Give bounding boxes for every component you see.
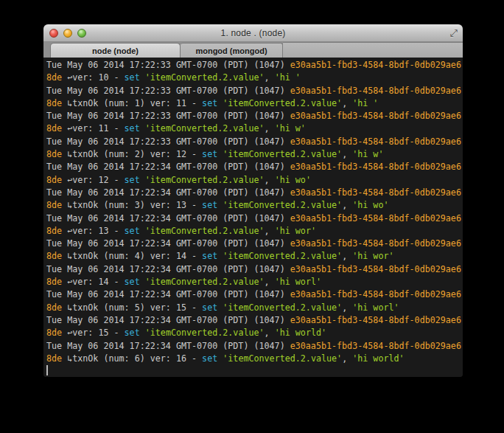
- log-segment-orange: e30aa5b1-fbd3-4584-8bdf-0db029ae6: [290, 264, 461, 274]
- log-segment-gray: Tue May 06 2014 17:22:34 GMT-0700 (PDT) …: [46, 315, 290, 325]
- tab-bar: node (node) mongod (mongod): [43, 42, 463, 58]
- log-segment-gray: ,: [342, 200, 352, 210]
- log-segment-cyan: set: [202, 302, 217, 313]
- log-segment-green: 'hi world': [352, 353, 404, 364]
- log-segment-gray: Tue May 06 2014 17:22:34 GMT-0700 (PDT) …: [46, 213, 290, 224]
- tab-mongod[interactable]: mongod (mongod): [181, 43, 283, 58]
- tab-bar-filler: [283, 42, 463, 58]
- log-segment-orange: 8de: [46, 353, 67, 364]
- text-cursor: [46, 365, 48, 375]
- log-segment-gray: ,: [265, 277, 275, 287]
- minimize-button[interactable]: [63, 29, 72, 38]
- log-segment-orange: e30aa5b1-fbd3-4584-8bdf-0db029ae6: [290, 111, 461, 121]
- log-segment-green: 'itemConverted.2.value': [223, 302, 342, 313]
- log-segment-green: 'hi wor': [352, 251, 393, 261]
- log-segment-cyan: set: [125, 277, 140, 287]
- log-segment-gray: ↩ver: 10 -: [67, 72, 124, 83]
- log-segment-gray: ↩ver: 12 -: [67, 175, 124, 185]
- log-segment-green: 'itemConverted.2.value': [145, 175, 265, 185]
- fullscreen-arrows-icon[interactable]: ⤢: [450, 27, 458, 39]
- log-segment-gray: ,: [342, 353, 352, 364]
- log-segment-gray: ,: [265, 328, 275, 338]
- log-segment-green: 'hi w': [352, 149, 383, 159]
- terminal-line: 8de ↳txnOk (num: 6) ver: 16 - set 'itemC…: [46, 353, 463, 365]
- traffic-lights: [49, 24, 86, 41]
- log-segment-green: 'itemConverted.2.value': [223, 98, 342, 108]
- log-segment-green: 'hi ': [275, 72, 301, 83]
- log-segment-cyan: set: [202, 353, 217, 364]
- log-segment-green: 'hi w': [275, 123, 306, 134]
- log-segment-orange: 8de: [46, 277, 67, 287]
- log-segment-cyan: set: [202, 200, 217, 210]
- terminal-line: 8de ↩ver: 11 - set 'itemConverted.2.valu…: [46, 122, 463, 135]
- log-segment-gray: ↳txnOk (num: 6) ver: 16 -: [67, 353, 202, 364]
- log-segment-green: 'itemConverted.2.value': [145, 123, 265, 134]
- terminal-line: Tue May 06 2014 17:22:34 GMT-0700 (PDT) …: [46, 187, 463, 199]
- log-segment-green: 'hi worl': [352, 302, 399, 313]
- log-segment-gray: [140, 328, 145, 338]
- log-segment-gray: ↩ver: 11 -: [67, 123, 124, 134]
- terminal-line: 8de ↳txnOk (num: 1) ver: 11 - set 'itemC…: [46, 97, 463, 110]
- log-segment-green: 'hi wo': [352, 200, 388, 210]
- log-segment-gray: Tue May 06 2014 17:22:34 GMT-0700 (PDT) …: [46, 264, 290, 274]
- window-titlebar[interactable]: 1. node . (node) ⤢: [43, 24, 463, 42]
- log-segment-green: 'itemConverted.2.value': [223, 200, 342, 210]
- log-segment-gray: ,: [265, 123, 275, 134]
- log-segment-orange: 8de: [46, 72, 67, 83]
- tab-node[interactable]: node (node): [50, 43, 181, 58]
- log-segment-green: 'itemConverted.2.value': [145, 328, 265, 338]
- terminal-line: 8de ↳txnOk (num: 2) ver: 12 - set 'itemC…: [46, 148, 463, 161]
- log-segment-green: 'hi worl': [275, 277, 321, 287]
- terminal-line: Tue May 06 2014 17:22:33 GMT-0700 (PDT) …: [46, 85, 463, 97]
- log-segment-orange: e30aa5b1-fbd3-4584-8bdf-0db029ae6: [290, 136, 461, 147]
- terminal-line: Tue May 06 2014 17:22:34 GMT-0700 (PDT) …: [46, 212, 463, 225]
- log-segment-orange: 8de: [46, 251, 67, 261]
- terminal-line: Tue May 06 2014 17:22:34 GMT-0700 (PDT) …: [46, 314, 463, 327]
- terminal-line: 8de ↳txnOk (num: 3) ver: 13 - set 'itemC…: [46, 199, 463, 212]
- log-segment-gray: ,: [342, 98, 352, 108]
- log-segment-gray: [140, 277, 145, 287]
- log-segment-gray: ↳txnOk (num: 5) ver: 15 -: [67, 302, 202, 313]
- log-segment-gray: [140, 123, 145, 134]
- log-segment-green: 'itemConverted.2.value': [223, 251, 342, 261]
- log-segment-gray: Tue May 06 2014 17:22:34 GMT-0700 (PDT) …: [46, 289, 290, 299]
- log-segment-gray: [140, 175, 145, 185]
- log-segment-cyan: set: [125, 123, 140, 134]
- terminal-line: Tue May 06 2014 17:22:34 GMT-0700 (PDT) …: [46, 263, 463, 276]
- log-segment-gray: ,: [265, 175, 275, 185]
- log-segment-gray: Tue May 06 2014 17:22:33 GMT-0700 (PDT) …: [46, 86, 290, 96]
- terminal-line: Tue May 06 2014 17:22:33 GMT-0700 (PDT) …: [46, 136, 463, 148]
- terminal-line: 8de ↩ver: 12 - set 'itemConverted.2.valu…: [46, 174, 463, 187]
- log-segment-orange: 8de: [46, 302, 67, 313]
- log-segment-gray: ↩ver: 14 -: [67, 277, 124, 287]
- terminal-output[interactable]: Tue May 06 2014 17:22:33 GMT-0700 (PDT) …: [43, 58, 463, 377]
- terminal-line: Tue May 06 2014 17:22:33 GMT-0700 (PDT) …: [46, 110, 463, 122]
- close-button[interactable]: [49, 29, 58, 38]
- terminal-line: 8de ↳txnOk (num: 5) ver: 15 - set 'itemC…: [46, 302, 463, 314]
- log-segment-green: 'itemConverted.2.value': [145, 226, 265, 236]
- terminal-line: Tue May 06 2014 17:22:34 GMT-0700 (PDT) …: [46, 288, 463, 301]
- log-segment-gray: ,: [265, 72, 275, 83]
- log-segment-orange: e30aa5b1-fbd3-4584-8bdf-0db029ae6: [290, 315, 461, 325]
- log-segment-gray: Tue May 06 2014 17:22:34 GMT-0700 (PDT) …: [46, 238, 290, 249]
- log-segment-green: 'itemConverted.2.value': [223, 353, 342, 364]
- log-segment-gray: ,: [342, 302, 352, 313]
- log-segment-cyan: set: [202, 149, 217, 159]
- log-segment-orange: 8de: [46, 123, 67, 134]
- log-segment-orange: e30aa5b1-fbd3-4584-8bdf-0db029ae6: [290, 213, 461, 224]
- log-segment-gray: Tue May 06 2014 17:22:33 GMT-0700 (PDT) …: [46, 136, 290, 147]
- log-segment-gray: ↳txnOk (num: 3) ver: 13 -: [67, 200, 202, 210]
- terminal-line: Tue May 06 2014 17:22:34 GMT-0700 (PDT) …: [46, 340, 463, 353]
- terminal-line: Tue May 06 2014 17:22:34 GMT-0700 (PDT) …: [46, 238, 463, 250]
- log-segment-gray: [140, 226, 145, 236]
- log-segment-gray: Tue May 06 2014 17:22:34 GMT-0700 (PDT) …: [46, 187, 290, 198]
- log-segment-gray: ↩ver: 13 -: [67, 226, 124, 236]
- log-segment-gray: Tue May 06 2014 17:22:34 GMT-0700 (PDT) …: [46, 341, 290, 351]
- log-segment-cyan: set: [202, 98, 217, 108]
- zoom-button[interactable]: [77, 29, 86, 38]
- log-segment-green: 'hi world': [275, 328, 326, 338]
- terminal-window: 1. node . (node) ⤢ node (node) mongod (m…: [43, 24, 463, 377]
- log-segment-gray: ,: [342, 149, 352, 159]
- terminal-line: 8de ↩ver: 14 - set 'itemConverted.2.valu…: [46, 276, 463, 288]
- terminal-line: Tue May 06 2014 17:22:33 GMT-0700 (PDT) …: [46, 59, 463, 72]
